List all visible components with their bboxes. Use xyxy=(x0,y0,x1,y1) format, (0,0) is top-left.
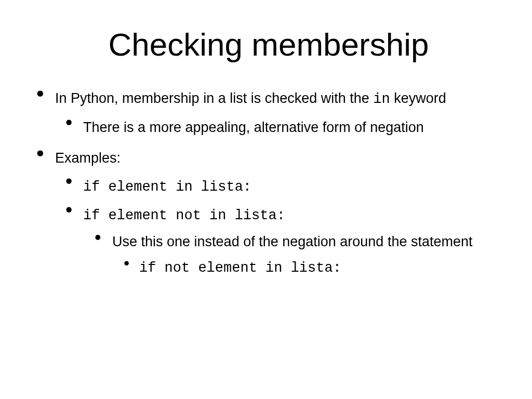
slide-title: Checking membership xyxy=(36,26,501,63)
bullet-list-level2: There is a more appealing, alternative f… xyxy=(65,118,501,137)
code-text: if element not in lista: xyxy=(83,208,285,223)
bullet-item: In Python, membership in a list is check… xyxy=(36,89,501,137)
bullet-item: if element not in lista: Use this one in… xyxy=(65,205,501,277)
bullet-text: keyword xyxy=(390,90,446,106)
bullet-text: In Python, membership in a list is check… xyxy=(55,90,373,106)
bullet-item: if element in lista: xyxy=(65,177,501,196)
bullet-text: Examples: xyxy=(55,150,121,166)
bullet-list-level2: if element in lista: if element not in l… xyxy=(65,177,501,277)
bullet-item: Examples: if element in lista: if elemen… xyxy=(36,149,501,277)
bullet-item: Use this one instead of the negation aro… xyxy=(95,232,501,277)
code-text: if not element in lista: xyxy=(139,260,341,276)
bullet-item: There is a more appealing, alternative f… xyxy=(65,118,501,137)
bullet-item: if not element in lista: xyxy=(124,258,501,277)
code-text: if element in lista: xyxy=(83,179,251,195)
bullet-list-level1: In Python, membership in a list is check… xyxy=(36,89,501,277)
bullet-text: There is a more appealing, alternative f… xyxy=(83,119,424,135)
bullet-text: Use this one instead of the negation aro… xyxy=(112,234,472,249)
bullet-list-level3: Use this one instead of the negation aro… xyxy=(95,232,501,277)
code-text: in xyxy=(373,91,390,107)
bullet-list-level4: if not element in lista: xyxy=(124,258,501,277)
